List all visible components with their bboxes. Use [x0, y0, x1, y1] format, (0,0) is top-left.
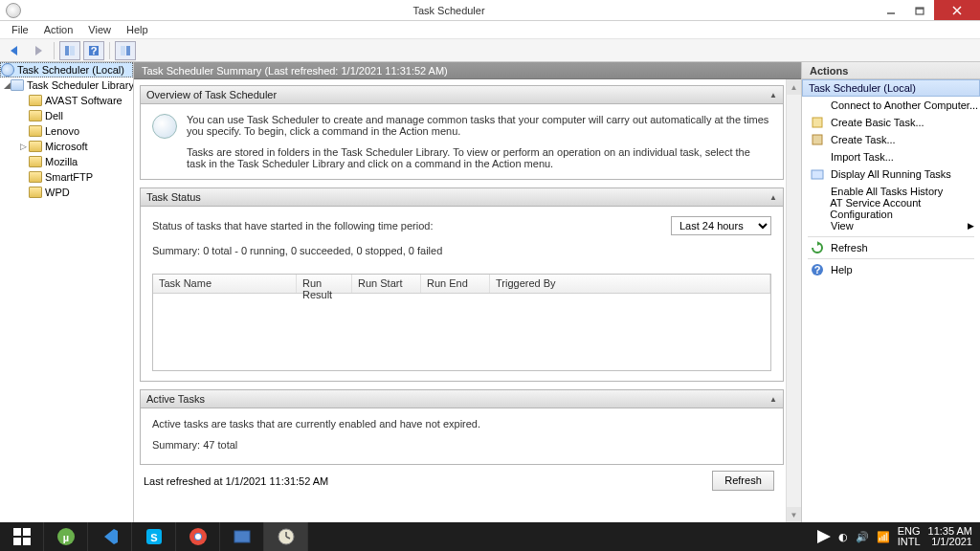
menu-action[interactable]: Action [36, 22, 81, 37]
tree-root-label: Task Scheduler (Local) [17, 64, 124, 76]
taskbar[interactable]: µ S ◐ 🔊 📶 ENG INTL 11:35 AM 1/1/2021 [0, 522, 980, 551]
window-controls [877, 0, 980, 20]
task-status-table[interactable]: Task Name Run Result Run Start Run End T… [152, 274, 771, 371]
svg-marker-5 [11, 46, 17, 55]
menu-file[interactable]: File [4, 22, 36, 37]
col-task-name[interactable]: Task Name [153, 275, 297, 293]
period-select[interactable]: Last 24 hours [671, 216, 771, 235]
status-period-label: Status of tasks that have started in the… [152, 220, 434, 231]
wizard-icon [810, 115, 825, 130]
folder-icon [11, 79, 24, 91]
svg-marker-6 [35, 46, 42, 55]
tree-expand-icon[interactable]: ◢ [4, 80, 11, 90]
status-panel-body: Status of tasks that have started in the… [140, 207, 784, 382]
tree-root[interactable]: Task Scheduler (Local) [0, 62, 133, 77]
taskbar-app-taskscheduler[interactable] [264, 522, 308, 551]
actions-header: Actions [802, 62, 980, 79]
collapse-icon[interactable]: ▲ [769, 395, 777, 404]
refresh-button[interactable]: Refresh [712, 471, 774, 491]
svg-text:?: ? [91, 45, 98, 56]
minimize-button[interactable] [877, 0, 905, 20]
app-icon [6, 3, 21, 18]
scroll-up-icon[interactable]: ▲ [787, 79, 801, 95]
computer-icon [810, 98, 825, 113]
nav-back-button[interactable] [4, 41, 25, 60]
action-import-task[interactable]: Import Task... [802, 148, 980, 165]
tree-item-wpd[interactable]: WPD [0, 185, 133, 200]
tree-item-microsoft[interactable]: ▷Microsoft [0, 139, 133, 154]
tray-app-icon[interactable]: ◐ [838, 531, 848, 543]
tree-item-avast[interactable]: AVAST Software [0, 93, 133, 108]
collapse-icon[interactable]: ▲ [769, 193, 777, 202]
col-run-start[interactable]: Run Start [352, 275, 421, 293]
scheduler-icon [1, 63, 14, 77]
taskbar-app-vscode[interactable] [88, 522, 132, 551]
collapse-icon[interactable]: ▲ [769, 91, 777, 99]
toolbar-separator [109, 42, 110, 59]
action-help[interactable]: ?Help [802, 261, 980, 278]
status-panel-header[interactable]: Task Status ▲ [140, 187, 784, 207]
overview-title: Overview of Task Scheduler [146, 89, 277, 100]
start-button[interactable] [0, 522, 44, 551]
tray-language[interactable]: ENG INTL [898, 526, 921, 547]
actions-pane: Actions Task Scheduler (Local) Connect t… [801, 62, 980, 522]
tree-library[interactable]: ◢ Task Scheduler Library [0, 77, 133, 93]
svg-text:µ: µ [62, 532, 68, 543]
taskbar-app-mmc[interactable] [220, 522, 264, 551]
tray-playstore-icon[interactable] [817, 530, 831, 543]
window-title: Task Scheduler [21, 5, 877, 16]
col-run-result[interactable]: Run Result [297, 275, 352, 293]
action-create-task[interactable]: Create Task... [802, 131, 980, 148]
tray-network-icon[interactable]: 📶 [877, 531, 890, 543]
action-at-service[interactable]: AT Service Account Configuration [802, 200, 980, 217]
action-display-running[interactable]: Display All Running Tasks [802, 165, 980, 183]
menu-view[interactable]: View [80, 22, 119, 37]
show-hide-action-button[interactable] [115, 41, 136, 60]
refresh-icon [810, 240, 825, 255]
menu-help[interactable]: Help [119, 22, 156, 37]
svg-rect-15 [812, 170, 823, 179]
svg-rect-21 [13, 538, 21, 545]
toolbar: ? [0, 39, 980, 62]
tree-item-smartftp[interactable]: SmartFTP [0, 169, 133, 185]
svg-rect-19 [13, 528, 21, 536]
vertical-scrollbar[interactable]: ▲ ▼ [786, 79, 801, 522]
menu-bar: File Action View Help [0, 21, 980, 39]
action-connect-computer[interactable]: Connect to Another Computer... [802, 97, 980, 114]
overview-text-1: You can use Task Scheduler to create and… [187, 114, 771, 137]
col-triggered-by[interactable]: Triggered By [490, 275, 770, 293]
col-run-end[interactable]: Run End [421, 275, 490, 293]
svg-rect-7 [65, 46, 69, 55]
svg-rect-8 [70, 46, 75, 55]
help-button[interactable]: ? [83, 41, 104, 60]
console-tree[interactable]: Task Scheduler (Local) ◢ Task Scheduler … [0, 62, 134, 522]
tree-item-lenovo[interactable]: Lenovo [0, 123, 133, 139]
system-tray[interactable]: ◐ 🔊 📶 ENG INTL 11:35 AM 1/1/2021 [817, 526, 980, 547]
action-refresh[interactable]: Refresh [802, 239, 980, 256]
nav-forward-button[interactable] [28, 41, 49, 60]
actions-scope: Task Scheduler (Local) [802, 79, 980, 97]
active-panel-header[interactable]: Active Tasks ▲ [140, 389, 784, 408]
maximize-button[interactable] [905, 0, 934, 20]
tree-collapse-icon[interactable]: ▷ [17, 142, 29, 151]
tree-item-dell[interactable]: Dell [0, 108, 133, 123]
overview-text-2: Tasks are stored in folders in the Task … [187, 146, 771, 169]
close-button[interactable] [934, 0, 980, 20]
taskbar-app-skype[interactable]: S [132, 522, 176, 551]
scroll-down-icon[interactable]: ▼ [787, 507, 801, 522]
clock-icon [152, 114, 177, 139]
action-create-basic-task[interactable]: Create Basic Task... [802, 114, 980, 131]
svg-rect-20 [23, 528, 31, 536]
taskbar-app-utorrent[interactable]: µ [44, 522, 88, 551]
show-hide-tree-button[interactable] [59, 41, 80, 60]
tree-item-mozilla[interactable]: Mozilla [0, 154, 133, 169]
status-title: Task Status [146, 191, 201, 203]
tray-clock[interactable]: 11:35 AM 1/1/2021 [928, 526, 972, 547]
taskbar-app-chrome[interactable] [176, 522, 220, 551]
active-title: Active Tasks [146, 393, 205, 405]
overview-panel-header[interactable]: Overview of Task Scheduler ▲ [140, 85, 784, 104]
tray-volume-icon[interactable]: 🔊 [856, 531, 869, 543]
svg-text:?: ? [814, 264, 821, 276]
folder-icon [29, 141, 42, 152]
active-panel-body: Active tasks are tasks that are currentl… [140, 408, 784, 465]
